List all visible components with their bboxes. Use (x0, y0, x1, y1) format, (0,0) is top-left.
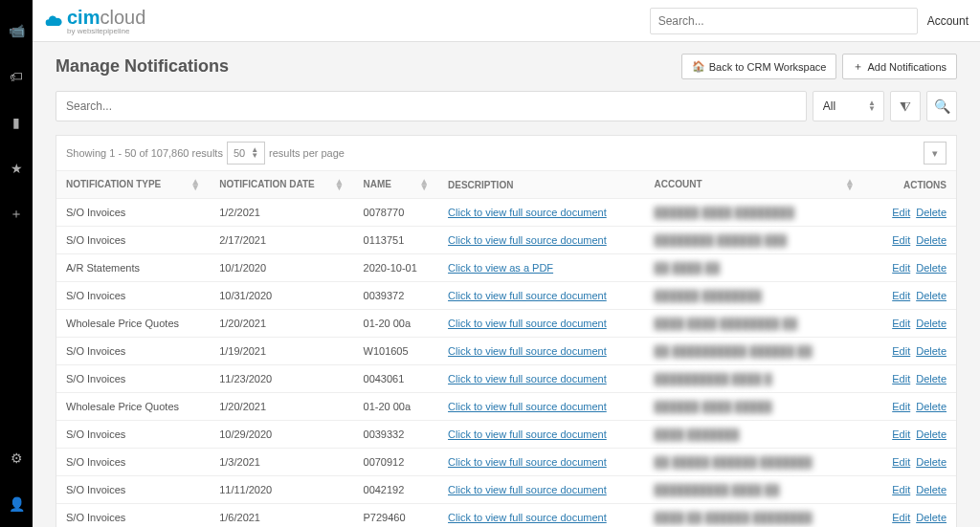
view-source-link[interactable]: Click to view full source document (448, 345, 607, 357)
table-row: A/R Statements10/1/20202020-10-01Click t… (56, 254, 956, 282)
table-row: Wholesale Price Quotes1/20/202101-20 00a… (56, 393, 956, 421)
view-source-link[interactable]: Click to view full source document (448, 401, 607, 412)
cell-actions: EditDelete (864, 254, 956, 282)
cell-description: Click to view full source document (438, 338, 645, 365)
cell-name: W101605 (354, 338, 439, 365)
back-to-workspace-button[interactable]: 🏠 Back to CRM Workspace (681, 54, 837, 79)
edit-link[interactable]: Edit (892, 401, 910, 412)
cell-actions: EditDelete (864, 393, 956, 421)
view-source-link[interactable]: Click to view full source document (448, 318, 607, 329)
sidebar-video-icon[interactable]: 📹 (0, 8, 33, 54)
delete-link[interactable]: Delete (916, 290, 947, 301)
add-notifications-button[interactable]: ＋ Add Notifications (842, 54, 957, 79)
cell-type: S/O Invoices (56, 449, 210, 476)
account-link[interactable]: Account (927, 14, 969, 28)
col-header-description[interactable]: DESCRIPTION (438, 171, 645, 199)
delete-link[interactable]: Delete (916, 318, 947, 329)
col-header-date[interactable]: NOTIFICATION DATE▲▼ (210, 171, 353, 199)
col-header-name[interactable]: NAME▲▼ (354, 171, 439, 199)
sidebar-user-icon[interactable]: 👤 (0, 481, 33, 527)
back-to-workspace-label: Back to CRM Workspace (709, 61, 827, 73)
view-source-link[interactable]: Click to view full source document (448, 484, 607, 495)
cell-account: ████ ████ ████████ ██ (645, 310, 864, 338)
edit-link[interactable]: Edit (892, 290, 910, 301)
edit-link[interactable]: Edit (892, 373, 910, 384)
sidebar-doc-icon[interactable]: ▮ (0, 99, 33, 145)
edit-link[interactable]: Edit (892, 207, 910, 218)
table-overflow-button[interactable]: ▾ (924, 142, 947, 165)
cell-description: Click to view full source document (438, 421, 645, 449)
sort-icon: ▲▼ (335, 179, 345, 190)
view-source-link[interactable]: Click to view full source document (448, 456, 607, 468)
sidebar-tag-icon[interactable]: 🏷 (0, 54, 33, 99)
delete-link[interactable]: Delete (916, 401, 947, 412)
delete-link[interactable]: Delete (916, 512, 947, 523)
cell-name: 0039332 (354, 421, 439, 449)
delete-link[interactable]: Delete (916, 262, 947, 274)
edit-link[interactable]: Edit (892, 262, 910, 274)
global-search-input[interactable] (650, 8, 918, 34)
table-row: S/O Invoices11/23/20200043061Click to vi… (56, 365, 956, 393)
delete-link[interactable]: Delete (916, 428, 947, 440)
view-source-link[interactable]: Click to view as a PDF (448, 262, 553, 274)
edit-link[interactable]: Edit (892, 318, 910, 329)
notifications-table-panel: Showing 1 - 50 of 107,860 results 50 ▲▼ … (56, 135, 957, 527)
view-source-link[interactable]: Click to view full source document (448, 290, 607, 301)
topbar: cimcloud by websitepipeline Account (33, 0, 980, 42)
sidebar-plus-icon[interactable]: ＋ (0, 191, 33, 237)
sidebar-star-icon[interactable]: ★ (0, 145, 33, 191)
delete-link[interactable]: Delete (916, 234, 947, 246)
cell-date: 1/3/2021 (210, 449, 353, 476)
edit-link[interactable]: Edit (892, 345, 910, 357)
view-source-link[interactable]: Click to view full source document (448, 373, 607, 384)
app-sidebar: 📹 🏷 ▮ ★ ＋ ⚙ 👤 (0, 0, 33, 527)
view-source-link[interactable]: Click to view full source document (448, 512, 607, 523)
edit-link[interactable]: Edit (892, 484, 910, 495)
edit-link[interactable]: Edit (892, 512, 910, 523)
edit-link[interactable]: Edit (892, 428, 910, 440)
cell-date: 1/20/2021 (210, 310, 353, 338)
cell-type: S/O Invoices (56, 282, 210, 310)
cell-account: ██████████ ████ ██ (645, 476, 864, 504)
cell-name: 0070912 (354, 449, 439, 476)
edit-link[interactable]: Edit (892, 456, 910, 468)
per-page-select[interactable]: 50 ▲▼ (227, 142, 265, 165)
chevron-updown-icon: ▲▼ (868, 100, 876, 112)
scope-filter-select[interactable]: All ▲▼ (813, 91, 884, 121)
delete-link[interactable]: Delete (916, 373, 947, 384)
chevron-updown-icon: ▲▼ (251, 147, 258, 159)
col-header-account[interactable]: ACCOUNT▲▼ (645, 171, 864, 199)
view-source-link[interactable]: Click to view full source document (448, 428, 607, 440)
search-button[interactable]: 🔍 (926, 91, 957, 121)
delete-link[interactable]: Delete (916, 456, 947, 468)
edit-link[interactable]: Edit (892, 234, 910, 246)
cell-account: ██████ ████████ (645, 282, 864, 310)
cell-actions: EditDelete (864, 227, 956, 254)
cell-type: S/O Invoices (56, 199, 210, 227)
delete-link[interactable]: Delete (916, 484, 947, 495)
delete-link[interactable]: Delete (916, 345, 947, 357)
view-source-link[interactable]: Click to view full source document (448, 234, 607, 246)
table-row: S/O Invoices1/19/2021W101605Click to vie… (56, 338, 956, 365)
cell-actions: EditDelete (864, 310, 956, 338)
brand-logo[interactable]: cimcloud by websitepipeline (44, 7, 145, 35)
cell-type: S/O Invoices (56, 338, 210, 365)
cell-name: 2020-10-01 (354, 254, 439, 282)
scope-filter-label: All (823, 99, 835, 113)
chevron-down-icon: ▾ (932, 147, 938, 160)
cell-type: S/O Invoices (56, 365, 210, 393)
filter-button[interactable]: ⧨ (890, 91, 921, 121)
view-source-link[interactable]: Click to view full source document (448, 207, 607, 218)
delete-link[interactable]: Delete (916, 207, 947, 218)
col-header-type[interactable]: NOTIFICATION TYPE▲▼ (56, 171, 210, 199)
brand-primary: cim (67, 7, 100, 28)
cell-date: 1/20/2021 (210, 393, 353, 421)
cell-date: 10/1/2020 (210, 254, 353, 282)
cell-actions: EditDelete (864, 338, 956, 365)
cell-actions: EditDelete (864, 504, 956, 528)
table-search-input[interactable] (56, 91, 807, 121)
table-row: S/O Invoices11/11/20200042192Click to vi… (56, 476, 956, 504)
sidebar-gear-icon[interactable]: ⚙ (0, 435, 33, 481)
cell-name: 0043061 (354, 365, 439, 393)
funnel-icon: ⧨ (900, 99, 911, 115)
